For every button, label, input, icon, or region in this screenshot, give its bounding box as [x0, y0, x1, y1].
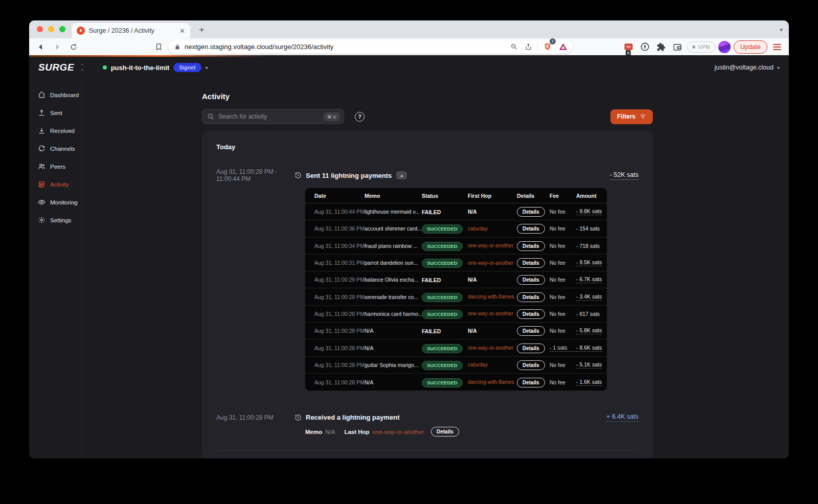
cell-first-hop[interactable]: caturday [468, 226, 517, 232]
password-manager-icon[interactable]: 6 [622, 40, 635, 54]
sidebar-item-channels[interactable]: Channels [29, 140, 81, 157]
details-button[interactable]: Details [431, 427, 459, 437]
surge-favicon [77, 27, 85, 35]
sidebar-collapse-icon[interactable]: ⌃⌄ [80, 64, 84, 71]
details-button[interactable]: Details [517, 224, 545, 234]
forward-icon[interactable] [51, 40, 64, 54]
table-row[interactable]: Aug 31, 11:00:28 PM N/A SUCCEEDED one-wa… [305, 339, 607, 356]
account-menu[interactable]: justin@voltage.cloud ▾ [714, 64, 780, 71]
vpn-button[interactable]: VPN [687, 41, 715, 53]
menu-icon[interactable] [770, 40, 784, 54]
wallet-icon[interactable] [671, 40, 684, 54]
group-title: Sent 11 lightning payments [306, 172, 392, 179]
tab-close-icon[interactable]: ✕ [179, 27, 185, 35]
table-row[interactable]: Aug 31, 11:00:29 PM serenade transfer co… [305, 288, 607, 305]
close-window-button[interactable] [37, 26, 43, 32]
cell-amount[interactable]: - 5.8K sats [576, 327, 602, 334]
zoom-window-button[interactable] [59, 26, 65, 32]
details-button[interactable]: Details [517, 378, 545, 387]
table-row[interactable]: Aug 31, 11:00:28 PM N/A FAILED N/A Detai… [305, 323, 607, 339]
vpn-label: VPN [698, 44, 710, 50]
table-row[interactable]: Aug 31, 11:00:44 PM lighthouse mermaid v… [305, 203, 607, 220]
cell-amount[interactable]: - 6.7K sats [576, 276, 602, 283]
cell-fee: No fee [550, 362, 576, 368]
details-button[interactable]: Details [517, 309, 545, 319]
table-row[interactable]: Aug 31, 11:00:36 PM account shimmer card… [305, 220, 607, 237]
cell-first-hop[interactable]: one-way-or-another [468, 311, 517, 316]
url-bar[interactable]: nextgen.staging.voltage.cloud/surge/2023… [168, 40, 573, 54]
details-button[interactable]: Details [517, 343, 545, 353]
brave-rewards-icon[interactable] [557, 40, 569, 54]
update-button[interactable]: Update [734, 40, 767, 54]
cell-first-hop[interactable]: caturday [468, 362, 517, 368]
cell-amount[interactable]: - 5.1K sats [576, 361, 602, 369]
sidebar-item-peers[interactable]: Peers [29, 157, 81, 175]
minimize-window-button[interactable] [48, 26, 54, 32]
table-row[interactable]: Aug 31, 11:00:34 PM fraud piano rainbow … [305, 238, 607, 255]
details-button[interactable]: Details [517, 275, 545, 285]
puzzle-icon[interactable] [654, 40, 668, 54]
table-row[interactable]: Aug 31, 11:00:29 PM balance Olivia excha… [305, 271, 607, 288]
sidebar-item-received[interactable]: Received [29, 122, 81, 140]
peers-icon [38, 163, 46, 170]
cell-amount[interactable]: - 9.8K sats [576, 208, 602, 215]
col-header-date: Date [314, 193, 365, 199]
keyhole-lock-icon[interactable] [638, 40, 651, 54]
details-button[interactable]: Details [517, 326, 545, 336]
cell-first-hop[interactable]: one-way-or-another [468, 345, 517, 351]
page-title: Activity [202, 92, 653, 101]
details-button[interactable]: Details [517, 258, 545, 268]
details-button[interactable]: Details [517, 292, 545, 302]
filters-button[interactable]: Filters [610, 109, 653, 124]
cell-amount[interactable]: - 8.6K sats [576, 345, 602, 352]
brave-shield-icon[interactable]: 1 [542, 40, 553, 54]
sidebar-item-dashboard[interactable]: Dashboard [29, 86, 81, 104]
cell-amount[interactable]: - 3.4K sats [576, 293, 602, 301]
cell-fee: - 1 sats [550, 345, 576, 352]
table-row[interactable]: Aug 31, 11:00:31 PM parrot dandelion sun… [305, 255, 607, 271]
bookmark-icon[interactable] [152, 40, 165, 54]
share-icon[interactable] [523, 40, 533, 54]
cell-amount[interactable]: - 617 sats [576, 311, 600, 317]
profile-avatar[interactable] [718, 41, 731, 53]
status-badge: SUCCEEDED [422, 224, 463, 234]
collapse-toggle-button[interactable]: ▲ [396, 171, 407, 179]
cell-first-hop: N/A [468, 277, 517, 283]
col-header-details: Details [517, 193, 550, 199]
sliders-icon [640, 113, 646, 120]
reload-icon[interactable] [67, 40, 80, 54]
browser-window: Surge / 20236 / Activity ✕ ＋ ▾ nextgen.s… [29, 20, 789, 459]
cell-amount[interactable]: - 1.6K sats [576, 379, 602, 386]
sidebar-item-monitoring[interactable]: Monitoring [29, 193, 81, 211]
search-input[interactable] [218, 113, 320, 120]
last-hop-value[interactable]: one-way-or-another [373, 429, 424, 435]
details-button[interactable]: Details [517, 207, 545, 217]
sidebar-item-sent[interactable]: Sent [29, 104, 81, 122]
cell-amount[interactable]: - 154 sats [576, 225, 600, 232]
details-button[interactable]: Details [517, 360, 545, 370]
browser-toolbar: nextgen.staging.voltage.cloud/surge/2023… [29, 38, 789, 55]
page-content: SURGE ⌃⌄ push-it-to-the-limit Signet ▾ j… [29, 55, 789, 459]
tab-search-chevron-icon[interactable]: ▾ [780, 27, 783, 33]
back-icon[interactable] [34, 40, 48, 54]
node-selector[interactable]: push-it-to-the-limit Signet ▾ [103, 63, 208, 72]
cell-first-hop[interactable]: dancing-with-flames [468, 379, 517, 385]
table-row[interactable]: Aug 31, 11:00:28 PM harmonica card harmo… [305, 306, 607, 323]
cell-first-hop[interactable]: one-way-or-another [468, 260, 517, 266]
cell-first-hop[interactable]: dancing-with-flames [468, 294, 517, 300]
cell-amount[interactable]: - 718 sats [576, 243, 600, 249]
search-box[interactable]: ⌘ K [202, 109, 344, 124]
new-tab-button[interactable]: ＋ [197, 24, 206, 35]
help-icon[interactable]: ? [355, 112, 365, 122]
browser-tab[interactable]: Surge / 20236 / Activity ✕ [72, 23, 190, 38]
zoom-out-icon[interactable] [509, 40, 519, 54]
table-row[interactable]: Aug 31, 11:00:28 PM N/A SUCCEEDED dancin… [305, 374, 607, 391]
sidebar-item-activity[interactable]: Activity [29, 175, 81, 193]
group-amount[interactable]: + 6.4K sats [606, 413, 639, 422]
details-button[interactable]: Details [517, 241, 545, 251]
cell-amount[interactable]: - 9.5K sats [576, 259, 602, 266]
sidebar-item-settings[interactable]: Settings [29, 211, 81, 229]
group-amount[interactable]: - 52K sats [610, 171, 639, 180]
table-row[interactable]: Aug 31, 11:00:28 PM guitar Sophia marigo… [305, 357, 607, 374]
cell-first-hop[interactable]: one-way-or-another [468, 243, 517, 248]
